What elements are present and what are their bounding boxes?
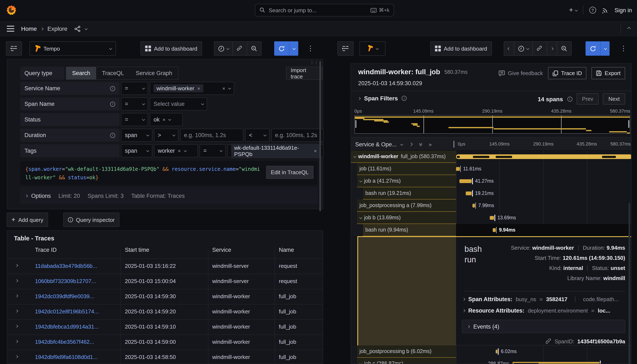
sign-in-link[interactable]: Sign in bbox=[614, 7, 632, 13]
trace-id-link[interactable]: 1942dc012e8f196b5174... bbox=[35, 308, 99, 315]
expand-row-icon[interactable] bbox=[15, 294, 18, 297]
add-to-dashboard-button-right[interactable]: Add to dashboard bbox=[430, 41, 492, 56]
time-shift-right-button[interactable] bbox=[547, 42, 557, 55]
query-type-tab-search[interactable]: Search bbox=[66, 67, 96, 79]
tags-operator[interactable]: = bbox=[200, 144, 226, 157]
copy-link-button[interactable] bbox=[233, 42, 247, 55]
remove-chip-icon[interactable]: × bbox=[178, 148, 181, 154]
status-value[interactable]: ok× bbox=[150, 113, 183, 126]
span-name[interactable]: windmill-workerfull_job (580.37ms) bbox=[351, 150, 456, 163]
time-picker-button[interactable] bbox=[514, 42, 533, 55]
span-timeline-cell[interactable]: 19.21ms bbox=[456, 187, 632, 200]
time-picker-button[interactable] bbox=[214, 42, 233, 55]
span-name[interactable]: job (11.61ms) bbox=[357, 163, 456, 175]
span-name[interactable]: job a (41.27ms) bbox=[357, 175, 456, 187]
remove-chip-icon[interactable]: × bbox=[314, 148, 317, 154]
span-row[interactable]: job a (41.27ms)41.27ms bbox=[351, 175, 632, 187]
span-name-value[interactable]: Select value bbox=[150, 98, 207, 110]
tags-value[interactable]: wk-default-133114d6a91e-PSPQb× bbox=[228, 144, 324, 157]
duration-scope[interactable]: span bbox=[121, 129, 152, 142]
grafana-logo[interactable] bbox=[6, 5, 17, 16]
minimap-right-handle[interactable] bbox=[628, 120, 630, 128]
service-name-operator[interactable]: = bbox=[121, 82, 148, 95]
span-name-cell[interactable]: bash run (19.21ms) bbox=[351, 187, 456, 200]
trace-panel-scrollbar[interactable] bbox=[628, 203, 630, 364]
span-name-operator[interactable]: = bbox=[121, 98, 148, 110]
span-bar[interactable] bbox=[456, 167, 460, 171]
right-pane-kebab-menu[interactable]: ⋮ bbox=[620, 44, 627, 52]
global-search-input[interactable]: Search or jump to... ⌘+k bbox=[255, 4, 394, 16]
span-name[interactable]: job_postprocessing a (7.99ms) bbox=[357, 200, 456, 212]
explore-menu-chevron-icon[interactable] bbox=[84, 27, 88, 30]
run-query-button[interactable] bbox=[274, 41, 289, 56]
attributes-accordion[interactable]: Resource Attributes: deployment.environm… bbox=[463, 308, 625, 314]
edit-in-traceql-button[interactable]: Edit in TraceQL bbox=[266, 166, 313, 179]
left-pane-scrollbar[interactable] bbox=[319, 61, 321, 211]
span-name-cell[interactable]: job c (286.87ms) bbox=[351, 358, 456, 364]
span-row[interactable]: job (11.61ms)11.61ms bbox=[351, 163, 632, 175]
expand-row-icon[interactable] bbox=[15, 279, 18, 282]
span-row-selected[interactable]: bash run (9.94ms)9.94ms bbox=[351, 224, 632, 236]
span-timeline-cell[interactable] bbox=[456, 150, 632, 163]
span-row[interactable]: job_postprocessing b (6.02ms)6.02ms bbox=[351, 346, 632, 358]
span-row[interactable]: bash run (19.21ms)19.21ms bbox=[351, 187, 632, 200]
export-button[interactable]: Export bbox=[592, 67, 625, 79]
breadcrumb-home[interactable]: Home bbox=[21, 25, 37, 32]
span-name-cell[interactable]: job (11.61ms) bbox=[351, 163, 456, 175]
service-name-value[interactable]: windmill-worker× × bbox=[150, 82, 234, 95]
prev-span-button[interactable]: Prev bbox=[576, 93, 598, 104]
column-resize-handle[interactable] bbox=[454, 141, 454, 148]
span-filters-chevron-icon[interactable] bbox=[358, 97, 361, 100]
trace-id-link[interactable]: 11dabada33e479db56b... bbox=[35, 263, 97, 269]
copy-link-button[interactable] bbox=[533, 42, 547, 55]
trace-id-link[interactable]: 1060bbf732309b12707... bbox=[35, 278, 96, 284]
events-accordion[interactable]: Events (4) bbox=[462, 320, 625, 333]
trace-id-link[interactable]: 1942dbfebca1d9914a31... bbox=[35, 324, 99, 330]
next-span-button[interactable]: Next bbox=[603, 93, 625, 104]
tags-key[interactable]: worker× bbox=[154, 144, 198, 157]
span-name[interactable]: job_postprocessing b (6.02ms) bbox=[357, 346, 456, 358]
span-timeline-cell[interactable]: 13.69ms bbox=[456, 212, 632, 224]
span-expand-chevron-icon[interactable] bbox=[359, 179, 362, 182]
query-type-tab-service-graph[interactable]: Service Graph bbox=[130, 67, 178, 79]
zoom-out-button[interactable] bbox=[557, 42, 571, 55]
status-operator[interactable]: = bbox=[121, 113, 148, 126]
chevron-right-icon[interactable] bbox=[462, 309, 465, 312]
query-outline-button[interactable] bbox=[6, 41, 22, 56]
span-timeline-cell[interactable]: 286.87ms bbox=[456, 358, 632, 364]
help-icon[interactable]: ? bbox=[589, 7, 596, 14]
span-row[interactable]: job b (13.69ms)13.69ms bbox=[351, 212, 632, 224]
span-timeline-cell[interactable]: 9.94ms bbox=[456, 224, 632, 236]
col-header-trace-id[interactable]: Trace ID bbox=[35, 247, 57, 253]
expand-row-icon[interactable] bbox=[15, 325, 18, 328]
span-timeline-cell[interactable]: 41.27ms bbox=[456, 175, 632, 187]
span-bar[interactable] bbox=[513, 362, 600, 364]
span-name-cell[interactable]: windmill-workerfull_job (580.37ms) bbox=[351, 150, 456, 163]
service-operation-header[interactable]: Service & Ope... bbox=[355, 141, 397, 148]
run-query-button[interactable] bbox=[586, 41, 600, 56]
duration-op-lt[interactable]: < bbox=[245, 129, 270, 142]
panel-drag-handle[interactable]: ⋮⋮ bbox=[310, 60, 318, 64]
mega-menu-icon[interactable] bbox=[7, 26, 14, 32]
news-rss-icon[interactable] bbox=[602, 7, 608, 14]
add-query-button[interactable]: +Add query bbox=[7, 212, 48, 227]
span-name[interactable]: job b (13.69ms) bbox=[357, 212, 456, 224]
span-name[interactable]: job c (286.87ms) bbox=[357, 358, 456, 364]
expand-row-icon[interactable] bbox=[15, 355, 18, 358]
time-shift-left-button[interactable] bbox=[504, 42, 514, 55]
span-name-cell[interactable]: job_postprocessing a (7.99ms) bbox=[351, 200, 456, 212]
trace-id-link[interactable]: 1942dbf9d9fa6108d0d1... bbox=[35, 354, 98, 360]
span-bar[interactable] bbox=[496, 350, 498, 354]
collapse-all-icon[interactable] bbox=[420, 142, 422, 146]
span-filters-label[interactable]: Span Filters bbox=[364, 95, 398, 102]
add-to-dashboard-button[interactable]: Add to dashboard bbox=[140, 41, 202, 56]
clear-icon[interactable]: × bbox=[222, 86, 225, 91]
remove-chip-icon[interactable]: × bbox=[162, 116, 166, 122]
span-name-cell[interactable]: job_postprocessing b (6.02ms) bbox=[351, 346, 456, 358]
expand-row-icon[interactable] bbox=[15, 264, 18, 267]
span-timeline-cell[interactable]: 11.61ms bbox=[456, 163, 632, 175]
link-icon[interactable] bbox=[546, 338, 552, 344]
duration-max-input[interactable]: e.g. 100ms, 1.2s bbox=[271, 129, 324, 142]
add-new-button[interactable]: + bbox=[569, 6, 577, 14]
expand-all-icon[interactable]: » bbox=[429, 141, 432, 148]
